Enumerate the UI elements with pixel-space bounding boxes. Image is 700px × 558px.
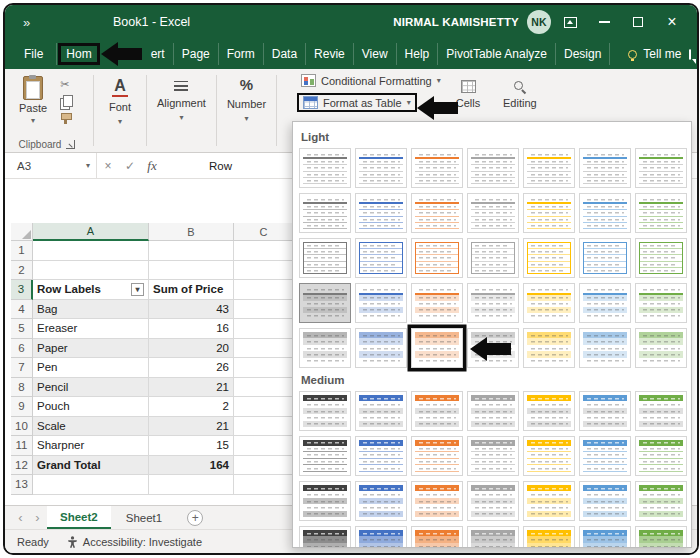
avatar[interactable]: NK bbox=[527, 10, 551, 34]
table-style-thumbnail-orange[interactable] bbox=[411, 238, 463, 278]
ribbon-tab-revie[interactable]: Revie bbox=[306, 43, 354, 65]
ribbon-tab-help[interactable]: Help bbox=[397, 43, 439, 65]
table-style-thumbnail-yellow[interactable] bbox=[523, 481, 575, 521]
table-style-thumbnail-green[interactable] bbox=[635, 481, 687, 521]
cell-a5[interactable]: Ereaser bbox=[33, 319, 149, 339]
format-painter-button[interactable] bbox=[60, 112, 72, 124]
formula-content[interactable]: Row bbox=[209, 160, 232, 172]
table-style-thumbnail-gray[interactable] bbox=[467, 148, 519, 188]
table-style-thumbnail-blue2[interactable] bbox=[579, 391, 631, 431]
ribbon-tab-view[interactable]: View bbox=[354, 43, 397, 65]
editing-group-button[interactable]: Editing bbox=[493, 69, 547, 111]
table-style-thumbnail-gray[interactable] bbox=[467, 283, 519, 323]
cut-button[interactable]: ✂ bbox=[60, 78, 69, 91]
cell-b12[interactable]: 164 bbox=[149, 456, 234, 476]
table-style-thumbnail-gray[interactable] bbox=[467, 526, 519, 548]
cell-c3[interactable] bbox=[234, 280, 294, 300]
row-number-10[interactable]: 10 bbox=[11, 417, 33, 437]
table-style-thumbnail-orange[interactable] bbox=[411, 193, 463, 233]
cell-c4[interactable] bbox=[234, 300, 294, 320]
row-number-7[interactable]: 7 bbox=[11, 358, 33, 378]
ribbon-tab-data[interactable]: Data bbox=[264, 43, 306, 65]
table-style-thumbnail-green[interactable] bbox=[635, 283, 687, 323]
table-style-thumbnail-blue2[interactable] bbox=[579, 328, 631, 368]
insert-function-icon[interactable]: fx bbox=[141, 158, 163, 174]
alignment-group-button[interactable]: Alignment ▾ bbox=[147, 69, 216, 152]
table-style-thumbnail-green[interactable] bbox=[635, 526, 687, 548]
table-style-thumbnail-blue[interactable] bbox=[355, 391, 407, 431]
table-style-thumbnail-blue2[interactable] bbox=[579, 481, 631, 521]
row-number-6[interactable]: 6 bbox=[11, 339, 33, 359]
row-number-13[interactable]: 13 bbox=[11, 475, 33, 495]
row-number-1[interactable]: 1 bbox=[11, 241, 33, 261]
row-number-12[interactable]: 12 bbox=[11, 456, 33, 476]
row-number-11[interactable]: 11 bbox=[11, 436, 33, 456]
cell-c13[interactable] bbox=[234, 475, 294, 495]
add-sheet-button[interactable]: + bbox=[187, 510, 203, 526]
cell-c7[interactable] bbox=[234, 358, 294, 378]
cell-b7[interactable]: 26 bbox=[149, 358, 234, 378]
row-number-9[interactable]: 9 bbox=[11, 397, 33, 417]
table-style-thumbnail-dark[interactable] bbox=[299, 193, 351, 233]
cell-a13[interactable] bbox=[33, 475, 149, 495]
sheet-nav-right-icon[interactable]: › bbox=[30, 510, 45, 525]
table-style-thumbnail-dark[interactable] bbox=[299, 238, 351, 278]
name-box[interactable]: A3 ▾ bbox=[11, 153, 97, 178]
table-style-thumbnail-orange[interactable] bbox=[411, 283, 463, 323]
cell-b8[interactable]: 21 bbox=[149, 378, 234, 398]
table-style-thumbnail-yellow[interactable] bbox=[523, 391, 575, 431]
copy-button[interactable] bbox=[60, 95, 72, 108]
table-style-thumbnail-black[interactable] bbox=[299, 526, 351, 548]
table-style-thumbnail-blue2[interactable] bbox=[579, 283, 631, 323]
ribbon-tab-page[interactable]: Page bbox=[174, 43, 219, 65]
cell-b10[interactable]: 21 bbox=[149, 417, 234, 437]
table-style-thumbnail-blue2[interactable] bbox=[579, 193, 631, 233]
cell-a10[interactable]: Scale bbox=[33, 417, 149, 437]
table-style-thumbnail-blue[interactable] bbox=[355, 148, 407, 188]
accessibility-status[interactable]: Accessibility: Investigate bbox=[67, 536, 202, 548]
table-style-thumbnail-blue[interactable] bbox=[355, 238, 407, 278]
sheet-nav-left-icon[interactable]: ‹ bbox=[13, 510, 28, 525]
cell-c9[interactable] bbox=[234, 397, 294, 417]
row-number-3[interactable]: 3 bbox=[11, 280, 33, 300]
conditional-formatting-button[interactable]: Conditional Formatting ▾ bbox=[297, 72, 445, 89]
column-header-c[interactable]: C bbox=[234, 223, 294, 241]
table-style-thumbnail-yellow[interactable] bbox=[523, 283, 575, 323]
table-style-thumbnail-green[interactable] bbox=[635, 391, 687, 431]
ribbon-display-options-button[interactable] bbox=[555, 9, 585, 35]
cell-c1[interactable] bbox=[234, 241, 294, 261]
comment-icon[interactable] bbox=[689, 49, 691, 60]
table-style-thumbnail-yellow[interactable] bbox=[523, 193, 575, 233]
table-style-thumbnail-blue[interactable] bbox=[355, 436, 407, 476]
cell-a3[interactable]: Row Labels▾ bbox=[33, 280, 149, 300]
cell-b3[interactable]: Sum of Price bbox=[149, 280, 234, 300]
account-info[interactable]: NIRMAL KAMISHETTY NK bbox=[393, 10, 551, 34]
ribbon-tab-ert[interactable]: ert bbox=[143, 43, 174, 65]
row-number-2[interactable]: 2 bbox=[11, 261, 33, 281]
table-style-thumbnail-black[interactable] bbox=[299, 391, 351, 431]
format-as-table-button[interactable]: Format as Table ▾ bbox=[297, 93, 417, 112]
table-style-thumbnail-blue[interactable] bbox=[355, 283, 407, 323]
table-style-thumbnail-green[interactable] bbox=[635, 193, 687, 233]
column-header-a[interactable]: A bbox=[33, 223, 149, 241]
table-style-thumbnail-orange[interactable] bbox=[411, 526, 463, 548]
cancel-icon[interactable]: × bbox=[97, 159, 119, 173]
table-style-thumbnail-yellow[interactable] bbox=[523, 148, 575, 188]
number-group-button[interactable]: % Number ▾ bbox=[217, 69, 276, 152]
table-style-thumbnail-gray[interactable] bbox=[467, 481, 519, 521]
row-number-4[interactable]: 4 bbox=[11, 300, 33, 320]
table-style-thumbnail-yellow[interactable] bbox=[523, 328, 575, 368]
table-style-thumbnail-black[interactable] bbox=[299, 481, 351, 521]
cell-b5[interactable]: 16 bbox=[149, 319, 234, 339]
ribbon-tab-form[interactable]: Form bbox=[219, 43, 264, 65]
table-style-thumbnail-orange[interactable] bbox=[411, 436, 463, 476]
table-style-thumbnail-blue[interactable] bbox=[355, 193, 407, 233]
cell-a9[interactable]: Pouch bbox=[33, 397, 149, 417]
table-style-thumbnail-black[interactable] bbox=[299, 436, 351, 476]
cell-b6[interactable]: 20 bbox=[149, 339, 234, 359]
ribbon-tab-hom[interactable]: Hom bbox=[58, 43, 99, 65]
cell-b2[interactable] bbox=[149, 261, 234, 281]
cell-c12[interactable] bbox=[234, 456, 294, 476]
table-style-thumbnail-gray[interactable] bbox=[467, 193, 519, 233]
minimize-button[interactable] bbox=[589, 9, 619, 35]
